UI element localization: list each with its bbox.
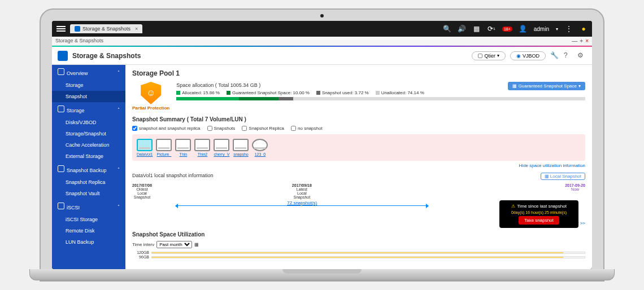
sidebar-item-snapshot[interactable]: Snapshot — [52, 91, 125, 102]
refresh-icon[interactable]: ⟳1 — [488, 25, 495, 33]
volume-icon[interactable]: 🔊 — [458, 25, 466, 33]
notification-badge[interactable]: 18+ — [502, 27, 512, 32]
filter-snapshots[interactable]: Snapshots — [207, 126, 236, 131]
timeline-title: DataVol1 local snapshot information — [132, 173, 214, 180]
take-snapshot-button[interactable]: Take snapshot — [519, 216, 559, 225]
utilization-chart: 120GB 96GB — [132, 251, 585, 259]
hide-utilization-link[interactable]: Hide space utilization information — [132, 163, 585, 168]
sidebar-group-overview[interactable]: Overview˄ — [52, 65, 125, 80]
sidebar-item-storage-snapshot[interactable]: Storage/Snapshot — [52, 128, 125, 139]
app-title: Storage & Snapshots — [72, 52, 141, 60]
protection-shield: ☺ Partial Protection — [132, 82, 169, 111]
app-header: Storage & Snapshots Qtier▾ ◉VJBOD 🔧 ? ⚙ — [52, 47, 592, 65]
volume-item[interactable]: Picture_ — [156, 139, 172, 156]
qtier-button[interactable]: Qtier▾ — [472, 51, 506, 60]
volume-list: DataVol1 Picture_ Thin Thin2 cherry_V sn… — [132, 134, 585, 161]
tools-icon[interactable]: 🔧 — [550, 51, 559, 60]
allocation-legend: Allocated: 15.86 % Guaranteed Snapshot S… — [176, 90, 585, 95]
sidebar-item-iscsi-storage[interactable]: iSCSI Storage — [52, 214, 125, 225]
gear-icon[interactable]: ⚙ — [577, 51, 586, 60]
sidebar-item-cache[interactable]: Cache Acceleration — [52, 139, 125, 151]
gss-button[interactable]: ▦Guaranteed Snapshot Space▾ — [508, 82, 585, 90]
shield-status: Partial Protection — [132, 106, 169, 111]
tab-title: Storage & Snapshots — [82, 26, 130, 32]
filter-row: snapshot and snapshot replica Snapshots … — [132, 126, 585, 131]
tab-app-icon — [75, 26, 80, 32]
volume-item[interactable]: Thin2 — [194, 139, 210, 156]
filter-both[interactable]: snapshot and snapshot replica — [132, 126, 201, 131]
maximize-icon[interactable]: + — [580, 38, 583, 44]
sidebar-group-iscsi[interactable]: iSCSI˄ — [52, 199, 125, 214]
user-name[interactable]: admin — [534, 26, 549, 32]
sidebar-item-storage[interactable]: Storage — [52, 80, 125, 91]
warning-icon: ⚠ — [511, 204, 515, 209]
summary-title: Snapshot Summary ( Total 7 Volume/LUN ) — [132, 116, 585, 122]
sidebar-item-disks[interactable]: Disks/VJBOD — [52, 117, 125, 128]
close-icon[interactable]: × — [585, 38, 589, 44]
more-icon[interactable]: ⋮ — [565, 25, 573, 33]
sidebar-item-remote-disk[interactable]: Remote Disk — [52, 225, 125, 236]
user-icon[interactable]: 👤 — [519, 25, 527, 33]
sidebar: Overview˄ Storage Snapshot Storage˄ Disk… — [52, 65, 125, 269]
os-topbar: Storage & Snapshots × 🔍 🔊 ▦ ⟳1 18+ 👤 adm… — [52, 21, 592, 37]
dashboard-icon[interactable]: ▦ — [473, 25, 481, 33]
local-snapshot-badge: ▦ Local Snapshot — [541, 173, 585, 180]
shield-icon: ☺ — [141, 82, 161, 104]
laptop-camera — [320, 14, 324, 17]
allocation-title: Space allocation ( Total 1005.34 GB ) — [176, 82, 260, 88]
content-area: Storage Pool 1 ☺ Partial Protection Spac… — [125, 65, 592, 269]
chevron-down-icon[interactable]: ▾ — [556, 27, 558, 32]
laptop-base — [29, 269, 615, 280]
calendar-icon[interactable]: ▦ — [194, 242, 199, 247]
app-tab[interactable]: Storage & Snapshots × — [70, 24, 142, 33]
volume-item[interactable]: Thin — [175, 139, 191, 156]
minimize-icon[interactable]: — — [572, 38, 577, 44]
filter-none[interactable]: no snapshot — [291, 126, 323, 131]
sidebar-group-storage[interactable]: Storage˄ — [52, 102, 125, 117]
timeline-oldest: 2017/07/06 OldestLocalSnapshot — [132, 183, 152, 199]
sidebar-item-lun-backup[interactable]: LUN Backup — [52, 236, 125, 248]
timeline-arrow: 72 snapshot(s) — [177, 200, 427, 206]
timeline-now: 2017-09-20 Now — [565, 183, 585, 199]
breadcrumb-bar: Storage & Snapshots — + × — [52, 37, 592, 46]
sidebar-group-backup[interactable]: Snapshot Backup˄ — [52, 162, 125, 177]
interval-select[interactable]: Past month — [156, 241, 192, 248]
menu-icon[interactable] — [56, 26, 66, 32]
page-title: Storage Pool 1 — [132, 69, 585, 77]
volume-item[interactable]: DataVol1 — [137, 139, 153, 156]
utilization-title: Snapshot Space Utilization — [132, 231, 585, 238]
breadcrumb: Storage & Snapshots — [55, 38, 103, 44]
timeline-latest: 2017/09/18 LatestLocalSnapshot — [292, 183, 312, 199]
allocation-bar — [176, 97, 585, 100]
time-since: 0day(s) 16 hour(s) 25 minute(s) — [505, 210, 573, 214]
app-icon — [58, 51, 68, 61]
volume-item[interactable]: 123_0 — [252, 139, 268, 156]
volume-item[interactable]: cherry_V — [214, 139, 229, 156]
sidebar-item-external[interactable]: External Storage — [52, 151, 125, 162]
vjbod-button[interactable]: ◉VJBOD — [510, 51, 546, 60]
help-icon[interactable]: ● — [580, 25, 588, 33]
snapshot-popup: ⚠Time since last snapshot 0day(s) 16 hou… — [499, 200, 578, 228]
filter-replica[interactable]: Snapshot Replica — [242, 126, 284, 131]
volume-item[interactable]: snapsho — [233, 139, 249, 156]
sidebar-item-replica[interactable]: Snapshot Replica — [52, 177, 125, 188]
search-icon[interactable]: 🔍 — [443, 25, 451, 33]
timeline: 2017/07/06 OldestLocalSnapshot 2017/09/1… — [132, 183, 585, 217]
snapshot-count-link[interactable]: 72 snapshot(s) — [285, 200, 319, 205]
help-icon[interactable]: ? — [564, 51, 573, 60]
interval-label: Time interv — [132, 242, 154, 247]
sidebar-item-vault[interactable]: Snapshot Vault — [52, 188, 125, 199]
close-icon[interactable]: × — [135, 26, 138, 32]
